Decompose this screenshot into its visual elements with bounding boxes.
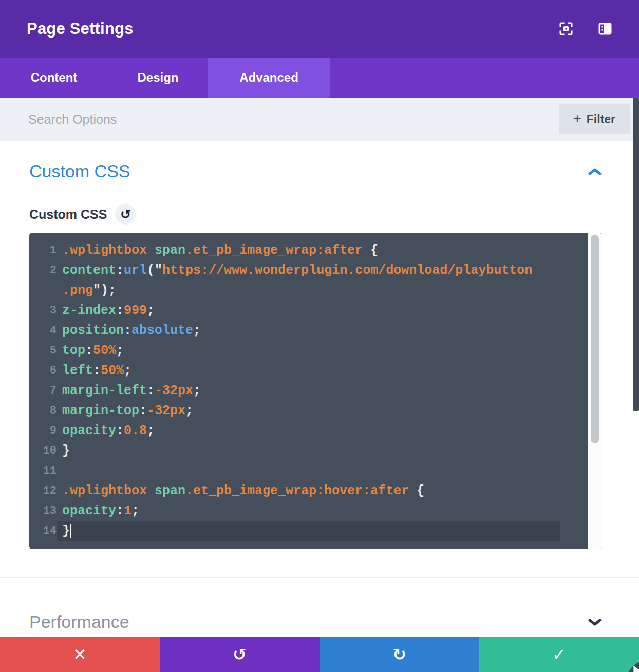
code-line[interactable]: 2content:url("https://www.wonderplugin.c… <box>29 260 602 281</box>
line-number: 13 <box>29 505 57 517</box>
tab-advanced[interactable]: Advanced <box>208 58 330 98</box>
code-line[interactable]: 12.wplightbox span.et_pb_image_wrap:hove… <box>29 481 602 501</box>
code-line[interactable]: 3z-index:999; <box>29 301 602 321</box>
line-number: 2 <box>29 264 57 277</box>
redo-button[interactable]: ↻ <box>320 637 479 672</box>
footer-action-bar: ✕ ↺ ↻ ✓ <box>0 637 639 672</box>
reset-icon[interactable]: ↺ <box>115 204 136 225</box>
line-number: 6 <box>29 364 57 377</box>
modal-header: Page Settings <box>0 0 639 58</box>
code-line[interactable]: 14} <box>29 521 602 541</box>
filter-button[interactable]: + Filter <box>559 104 630 134</box>
tab-content[interactable]: Content <box>0 58 108 98</box>
custom-css-code-editor[interactable]: 1.wplightbox span.et_pb_image_wrap:after… <box>29 233 602 549</box>
search-bar: + Filter <box>0 98 639 141</box>
section-title-custom-css: Custom CSS <box>29 161 130 181</box>
field-label-custom-css: Custom CSS <box>29 207 107 222</box>
redo-icon: ↻ <box>392 645 406 664</box>
code-line[interactable]: 5top:50%; <box>29 341 602 361</box>
code-line[interactable]: 4position:absolute; <box>29 321 602 341</box>
custom-css-field-header: Custom CSS ↺ <box>0 204 639 225</box>
line-number: 14 <box>29 525 57 537</box>
page-settings-modal: Page Settings <box>0 0 639 672</box>
tab-design[interactable]: Design <box>108 58 208 98</box>
chevron-up-icon[interactable] <box>588 167 602 176</box>
plus-icon: + <box>573 111 581 127</box>
modal-scrollbar-thumb[interactable] <box>633 98 639 411</box>
text-cursor <box>70 524 71 538</box>
code-line[interactable]: 13opacity:1; <box>29 501 602 521</box>
dock-layout-icon[interactable] <box>598 22 612 36</box>
section-divider <box>0 577 639 578</box>
save-button[interactable]: ✓ <box>479 637 639 672</box>
code-line[interactable]: 8margin-top:-32px; <box>29 401 602 421</box>
code-lines: 1.wplightbox span.et_pb_image_wrap:after… <box>29 233 602 541</box>
undo-icon: ↺ <box>233 645 247 664</box>
expand-modal-icon[interactable] <box>559 22 573 36</box>
line-number: 7 <box>29 384 57 397</box>
close-icon: ✕ <box>73 645 87 664</box>
check-icon: ✓ <box>552 645 566 664</box>
code-line[interactable]: 7margin-left:-32px; <box>29 381 602 401</box>
filter-label: Filter <box>587 113 615 126</box>
line-number: 9 <box>29 424 57 437</box>
page-title: Page Settings <box>27 20 134 38</box>
code-line[interactable]: .png"); <box>29 281 602 301</box>
line-number: 11 <box>29 464 57 477</box>
section-title-performance: Performance <box>29 612 129 632</box>
line-number: 1 <box>29 244 57 257</box>
code-line[interactable]: 9opacity:0.8; <box>29 421 602 441</box>
line-number: 10 <box>29 444 57 457</box>
line-number: 12 <box>29 484 57 497</box>
line-number: 4 <box>29 324 57 337</box>
line-number: 3 <box>29 304 57 317</box>
editor-scrollbar-track <box>588 233 602 549</box>
section-toggle-performance[interactable]: Performance <box>0 612 639 632</box>
line-number: 8 <box>29 404 57 417</box>
header-icons <box>559 22 612 36</box>
cursor-icon <box>632 665 639 672</box>
discard-button[interactable]: ✕ <box>0 637 160 672</box>
code-line[interactable]: 1.wplightbox span.et_pb_image_wrap:after… <box>29 240 602 260</box>
code-line[interactable]: 10} <box>29 441 602 461</box>
editor-scrollbar-thumb[interactable] <box>591 235 599 443</box>
section-toggle-custom-css[interactable]: Custom CSS <box>0 161 639 181</box>
settings-tabs: Content Design Advanced <box>0 58 639 98</box>
chevron-down-icon[interactable] <box>588 618 602 626</box>
search-options-input[interactable] <box>28 112 388 127</box>
code-line[interactable]: 6left:50%; <box>29 361 602 381</box>
undo-button[interactable]: ↺ <box>160 637 320 672</box>
line-number: 5 <box>29 344 57 357</box>
code-line[interactable]: 11 <box>29 461 602 481</box>
